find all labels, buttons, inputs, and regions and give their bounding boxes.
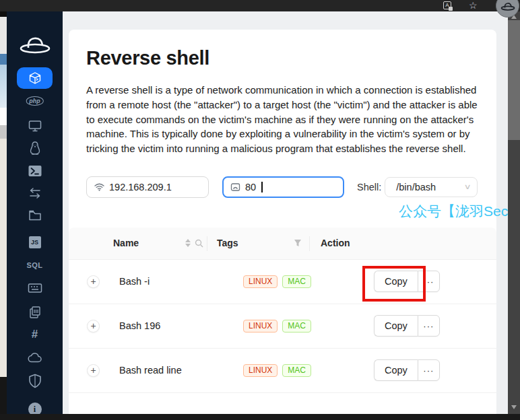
text-caret	[261, 182, 263, 193]
table-row: + Bash 196 LINUXMAC Copy ···	[69, 304, 496, 349]
sidebar-item-transfer[interactable]	[28, 187, 42, 199]
shield-icon	[28, 374, 41, 388]
row-name: Bash read line	[108, 349, 207, 392]
header-action-label: Action	[321, 238, 350, 248]
port-input[interactable]: 80	[222, 176, 344, 198]
copy-button[interactable]: Copy	[374, 315, 418, 337]
table-row: + Bash read line LINUXMAC Copy ···	[69, 349, 496, 393]
tag-mac: MAC	[282, 275, 311, 288]
transfer-arrows-icon	[28, 187, 42, 199]
header-tags-label: Tags	[217, 238, 238, 248]
main-panel: Reverse shell A reverse shell is a type …	[63, 11, 508, 414]
description-text: A reverse shell is a type of network com…	[86, 83, 486, 156]
sidebar-item-sql[interactable]: SQL	[26, 261, 42, 269]
row-tags: LINUXMAC	[207, 349, 310, 392]
wifi-icon	[94, 183, 104, 191]
sidebar: php	[7, 11, 63, 414]
action-cell: Copy ···	[310, 304, 496, 348]
bottom-edge-bar	[0, 414, 520, 420]
ip-input[interactable]: 192.168.209.1	[86, 176, 209, 198]
shell-value: /bin/bash	[396, 182, 436, 193]
sql-icon: SQL	[26, 261, 42, 269]
translate-icon[interactable]: A	[443, 1, 451, 9]
more-button[interactable]: ···	[418, 271, 440, 292]
page-scrollbar[interactable]	[508, 11, 520, 414]
cloud-icon	[28, 352, 42, 363]
row-name: Bash -i	[108, 260, 207, 304]
port-icon	[230, 182, 240, 192]
monitor-icon	[28, 119, 42, 133]
tag-mac: MAC	[282, 364, 311, 377]
tag-mac: MAC	[282, 320, 311, 332]
content-card: Reverse shell A reverse shell is a type …	[69, 30, 496, 420]
hat-icon	[500, 1, 515, 11]
sidebar-item-keyboard[interactable]	[28, 282, 42, 294]
header-name-label: Name	[113, 238, 139, 248]
copy-button[interactable]: Copy	[374, 271, 418, 292]
table-header: Name Tags	[69, 228, 496, 260]
shell-select[interactable]: /bin/bash ∨	[385, 177, 478, 197]
powershell-icon	[28, 164, 42, 178]
tag-linux: LINUX	[243, 320, 278, 332]
hash-icon: #	[32, 328, 38, 341]
expand-row-button[interactable]: +	[87, 320, 100, 332]
row-name: Bash 196	[108, 304, 207, 348]
header-expand	[69, 228, 108, 259]
table-body: + Bash -i LINUXMAC Copy ··· + Bash 196 L…	[69, 260, 496, 393]
sidebar-item-web[interactable]	[28, 119, 42, 133]
tag-linux: LINUX	[243, 364, 278, 377]
header-name: Name	[108, 228, 207, 259]
hat-logo-icon	[19, 34, 51, 55]
scroll-down-arrow[interactable]	[511, 405, 517, 409]
app-screen: A ☆ php	[0, 0, 520, 420]
copy-documents-icon	[28, 306, 42, 319]
sidebar-item-files[interactable]	[28, 209, 42, 221]
sidebar-item-encoding[interactable]	[28, 306, 42, 319]
page-title: Reverse shell	[86, 47, 496, 69]
sidebar-item-powershell[interactable]	[28, 164, 42, 178]
header-tags: Tags	[207, 228, 310, 259]
header-action: Action	[310, 228, 496, 259]
js-icon: JS	[29, 236, 41, 248]
row-tags: LINUXMAC	[207, 260, 310, 304]
shell-label: Shell:	[357, 182, 381, 193]
expand-row-button[interactable]: +	[87, 275, 100, 288]
table-row: + Bash -i LINUXMAC Copy ···	[69, 260, 496, 304]
more-button[interactable]: ···	[418, 315, 440, 337]
chevron-down-icon: ∨	[464, 182, 472, 191]
browser-toolbar: A ☆	[0, 0, 520, 11]
php-icon: php	[26, 96, 44, 106]
sort-icon[interactable]	[185, 239, 191, 247]
row-tags: LINUXMAC	[207, 304, 310, 348]
tag-linux: LINUX	[243, 275, 278, 288]
ip-value: 192.168.209.1	[109, 182, 172, 193]
sidebar-item-hashing[interactable]: #	[32, 328, 38, 341]
sidebar-item-reverse-shell[interactable]	[17, 67, 53, 89]
linux-penguin-icon	[28, 141, 42, 155]
more-button[interactable]: ···	[418, 359, 440, 381]
filter-icon[interactable]	[294, 239, 302, 247]
hacktools-logo	[19, 34, 51, 55]
background-page-edge	[0, 11, 7, 414]
search-icon[interactable]	[195, 239, 203, 248]
sidebar-item-linux[interactable]	[28, 141, 42, 155]
action-cell: Copy ···	[310, 260, 496, 304]
cube-icon	[28, 71, 42, 85]
action-cell: Copy ···	[310, 349, 496, 392]
expand-row-button[interactable]: +	[87, 364, 100, 377]
listener-settings: 192.168.209.1 80 Shell: /bin/bash ∨	[86, 176, 496, 198]
folder-icon	[28, 209, 42, 221]
copy-button[interactable]: Copy	[374, 359, 418, 381]
bookmark-star-icon[interactable]: ☆	[469, 0, 478, 11]
sidebar-item-javascript[interactable]: JS	[29, 236, 41, 248]
shells-table: Name Tags	[69, 228, 496, 393]
scrollbar-thumb[interactable]	[508, 20, 520, 140]
port-value: 80	[245, 182, 256, 193]
keyboard-icon	[28, 282, 42, 294]
sidebar-item-cloud[interactable]	[28, 352, 42, 363]
sidebar-item-security[interactable]	[28, 374, 41, 388]
sidebar-item-php[interactable]: php	[26, 96, 44, 106]
